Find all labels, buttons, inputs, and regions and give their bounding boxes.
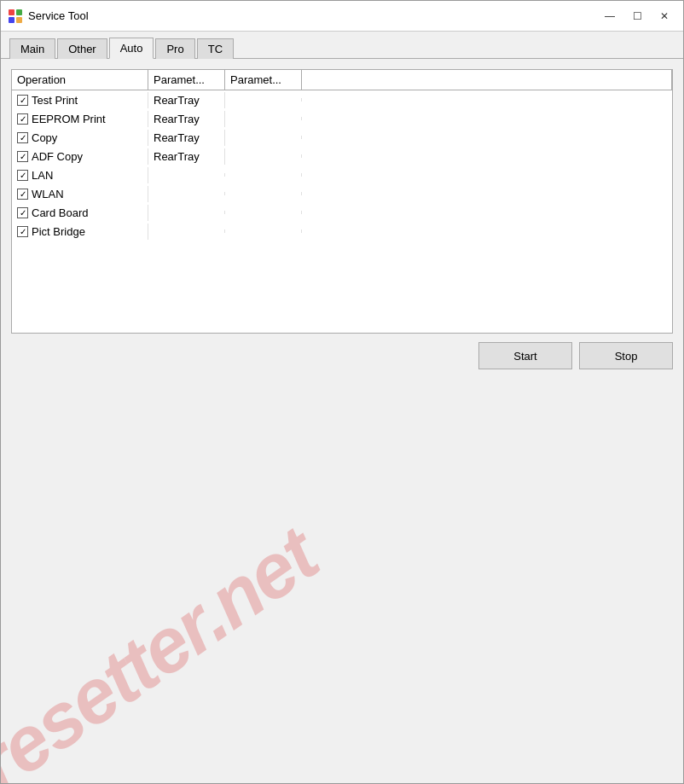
row-p2-1 bbox=[225, 117, 302, 120]
tab-tc[interactable]: TC bbox=[197, 38, 234, 59]
row-p1-0: RearTray bbox=[148, 92, 225, 108]
app-icon bbox=[8, 9, 23, 24]
row-p1-3: RearTray bbox=[148, 148, 225, 165]
table-row[interactable]: LAN bbox=[12, 166, 672, 184]
row-rest-7 bbox=[302, 229, 672, 233]
row-p1-2: RearTray bbox=[148, 130, 225, 146]
row-label-0: Test Print bbox=[32, 94, 78, 107]
minimize-button[interactable]: — bbox=[598, 7, 622, 26]
tab-auto[interactable]: Auto bbox=[109, 38, 154, 59]
start-button[interactable]: Start bbox=[478, 342, 572, 369]
row-p2-0 bbox=[225, 98, 302, 102]
operations-table: Operation Paramet... Paramet... Test Pri… bbox=[11, 69, 673, 334]
col-header-rest bbox=[302, 70, 672, 90]
row-op-0: Test Print bbox=[12, 92, 148, 108]
row-op-5: WLAN bbox=[12, 186, 148, 202]
title-bar-controls: — ☐ ✕ bbox=[598, 7, 676, 26]
row-label-4: LAN bbox=[32, 169, 53, 182]
table-row[interactable]: Copy RearTray bbox=[12, 128, 672, 147]
row-p2-6 bbox=[225, 211, 302, 214]
row-rest-0 bbox=[302, 98, 672, 102]
row-op-1: EEPROM Print bbox=[12, 111, 148, 127]
table-row[interactable]: ADF Copy RearTray bbox=[12, 147, 672, 166]
table-row[interactable]: WLAN bbox=[12, 184, 672, 203]
svg-rect-3 bbox=[16, 17, 22, 23]
svg-rect-0 bbox=[9, 9, 14, 15]
checkbox-7[interactable] bbox=[17, 226, 28, 237]
table-body: Test Print RearTray EEPROM Print RearTra… bbox=[12, 90, 672, 241]
content-area: Operation Paramet... Paramet... Test Pri… bbox=[1, 59, 683, 783]
tab-main[interactable]: Main bbox=[9, 38, 55, 59]
svg-rect-2 bbox=[9, 17, 14, 23]
row-p1-5 bbox=[148, 192, 225, 195]
row-p2-3 bbox=[225, 154, 302, 158]
col-header-param2: Paramet... bbox=[225, 70, 302, 90]
row-p1-4 bbox=[148, 173, 225, 177]
row-op-2: Copy bbox=[12, 130, 148, 146]
row-p1-7 bbox=[148, 229, 225, 233]
row-p2-5 bbox=[225, 192, 302, 195]
row-op-3: ADF Copy bbox=[12, 148, 148, 165]
main-window: Service Tool — ☐ ✕ Main Other Auto Pro T… bbox=[0, 0, 684, 784]
table-row[interactable]: Test Print RearTray bbox=[12, 90, 672, 109]
checkbox-1[interactable] bbox=[17, 113, 28, 125]
row-rest-5 bbox=[302, 192, 672, 195]
row-rest-1 bbox=[302, 117, 672, 120]
checkbox-0[interactable] bbox=[17, 95, 28, 106]
table-row[interactable]: EEPROM Print RearTray bbox=[12, 109, 672, 128]
tab-other[interactable]: Other bbox=[57, 38, 107, 59]
row-rest-2 bbox=[302, 136, 672, 139]
row-rest-3 bbox=[302, 154, 672, 158]
table-header: Operation Paramet... Paramet... bbox=[12, 70, 672, 90]
col-header-operation: Operation bbox=[12, 70, 148, 90]
row-rest-4 bbox=[302, 173, 672, 177]
maximize-button[interactable]: ☐ bbox=[625, 7, 649, 26]
tab-pro[interactable]: Pro bbox=[155, 38, 194, 59]
row-rest-6 bbox=[302, 211, 672, 214]
row-p2-7 bbox=[225, 229, 302, 233]
svg-rect-1 bbox=[16, 9, 22, 15]
row-label-2: Copy bbox=[32, 131, 57, 144]
window-title: Service Tool bbox=[28, 9, 89, 22]
row-p1-1: RearTray bbox=[148, 111, 225, 127]
row-op-6: Card Board bbox=[12, 205, 148, 221]
row-label-5: WLAN bbox=[32, 188, 64, 200]
button-bar: Start Stop bbox=[11, 342, 673, 375]
row-p1-6 bbox=[148, 211, 225, 214]
title-bar: Service Tool — ☐ ✕ bbox=[1, 1, 683, 32]
checkbox-3[interactable] bbox=[17, 151, 28, 162]
row-op-4: LAN bbox=[12, 167, 148, 183]
checkbox-4[interactable] bbox=[17, 170, 28, 181]
row-label-6: Card Board bbox=[32, 206, 88, 219]
row-op-7: Pict Bridge bbox=[12, 224, 148, 240]
table-row[interactable]: Pict Bridge bbox=[12, 222, 672, 241]
title-bar-left: Service Tool bbox=[8, 9, 89, 24]
tab-bar: Main Other Auto Pro TC bbox=[1, 32, 683, 59]
checkbox-5[interactable] bbox=[17, 189, 28, 200]
row-label-3: ADF Copy bbox=[32, 150, 83, 163]
stop-button[interactable]: Stop bbox=[579, 342, 673, 369]
close-button[interactable]: ✕ bbox=[652, 7, 676, 26]
col-header-param1: Paramet... bbox=[148, 70, 225, 90]
checkbox-2[interactable] bbox=[17, 132, 28, 143]
row-p2-4 bbox=[225, 173, 302, 177]
checkbox-6[interactable] bbox=[17, 207, 28, 218]
table-row[interactable]: Card Board bbox=[12, 203, 672, 222]
row-p2-2 bbox=[225, 136, 302, 139]
row-label-1: EEPROM Print bbox=[32, 113, 106, 125]
row-label-7: Pict Bridge bbox=[32, 225, 85, 238]
